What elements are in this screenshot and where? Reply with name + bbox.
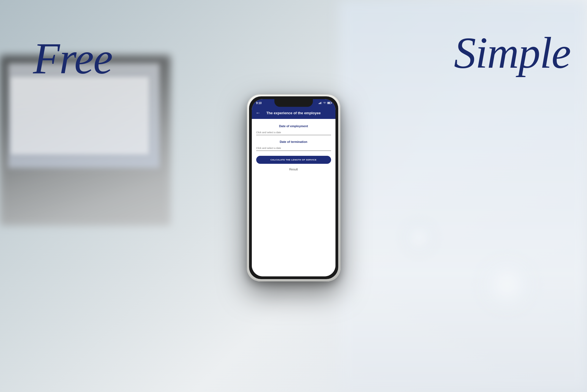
termination-date-input[interactable] <box>256 146 331 151</box>
app-content: Date of employment Date of termination C… <box>252 119 335 276</box>
simple-label: Simple <box>454 28 570 78</box>
employment-date-label: Date of employment <box>256 124 331 128</box>
phone-notch <box>274 99 313 107</box>
svg-rect-2 <box>320 102 321 104</box>
battery-icon <box>327 102 331 104</box>
phone-mockup: 9:10 <box>247 94 340 281</box>
status-icons <box>319 102 331 104</box>
employment-date-input[interactable] <box>256 130 331 135</box>
signal-icon <box>319 102 322 104</box>
back-arrow-icon[interactable]: ← <box>256 110 261 115</box>
phone-inner-border: 9:10 <box>249 96 338 279</box>
svg-rect-0 <box>319 103 319 104</box>
calculate-button[interactable]: CALCULATE THE LENGTH OF SERVICE <box>256 156 331 164</box>
app-header: ← The experience of the employee <box>252 107 335 119</box>
result-label: Result <box>256 168 331 171</box>
app-title: The experience of the employee <box>263 111 324 115</box>
bokeh-circle-2 <box>403 221 436 254</box>
svg-rect-3 <box>321 102 322 104</box>
phone-screen: 9:10 <box>252 99 335 276</box>
status-time: 9:10 <box>256 102 262 105</box>
wifi-icon <box>323 102 326 104</box>
phone-body: 9:10 <box>247 94 340 281</box>
termination-date-label: Date of termination <box>256 140 331 143</box>
bokeh-circle-1 <box>482 260 532 309</box>
svg-rect-1 <box>320 103 320 104</box>
free-label: Free <box>33 33 112 84</box>
laptop-screen-content <box>11 77 149 154</box>
